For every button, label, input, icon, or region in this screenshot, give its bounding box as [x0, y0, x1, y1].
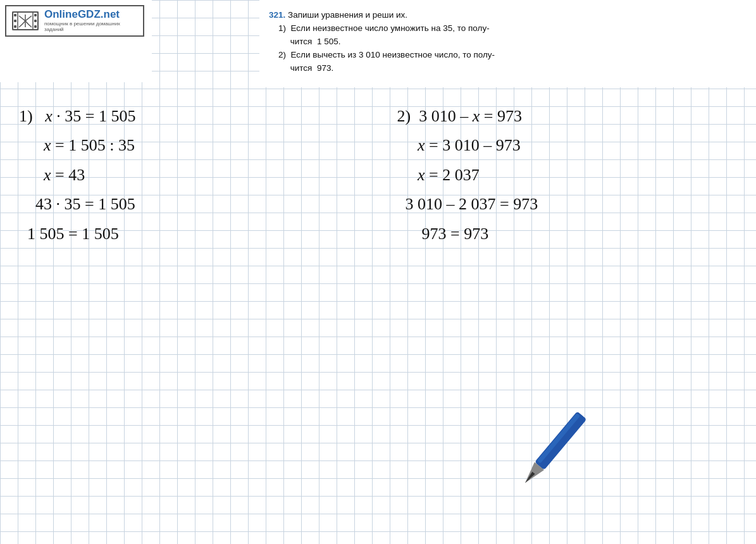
logo-area: OnlineGDZ.net помощник в решении домашни…: [5, 5, 144, 37]
sol2-line1: 2) 3 010 – x = 973: [397, 101, 738, 130]
sol1-line4: 43 · 35 = 1 505: [19, 189, 359, 218]
solution-2-column: 2) 3 010 – x = 973 x = 3 010 – 973 x = 2…: [397, 101, 738, 248]
logo-text: OnlineGDZ.net помощник в решении домашни…: [44, 9, 138, 33]
logo-subtitle: помощник в решении домашних заданий: [44, 21, 138, 33]
sol1-line1: 1) x · 35 = 1 505: [19, 101, 359, 130]
svg-rect-11: [537, 413, 580, 464]
sol2-line5: 973 = 973: [397, 219, 738, 248]
svg-rect-3: [14, 14, 16, 16]
task-number: 321.: [269, 10, 285, 20]
sol2-line2: x = 3 010 – 973: [397, 130, 738, 159]
sol1-line5: 1 505 = 1 505: [19, 219, 359, 248]
task-title: Запиши уравнения и реши их.: [288, 10, 407, 20]
svg-rect-5: [14, 25, 16, 28]
svg-rect-4: [14, 20, 16, 22]
sol1-line3: x = 43: [19, 160, 359, 189]
task-item-2: 2) Если вычесть из 3 010 неизвестное чис…: [269, 50, 495, 73]
logo-domain: .net: [101, 8, 120, 20]
svg-rect-6: [34, 14, 37, 16]
svg-rect-8: [34, 25, 37, 28]
solutions-content: 1) x · 35 = 1 505 x = 1 505 : 35 x = 43 …: [0, 92, 756, 544]
film-icon: [11, 9, 39, 32]
task-header: 321. Запиши уравнения и реши их. 1) Если…: [263, 5, 750, 79]
sol1-line2: x = 1 505 : 35: [19, 130, 359, 159]
logo-name-blue: OnlineGDZ: [44, 8, 101, 20]
logo-name: OnlineGDZ.net: [44, 9, 138, 21]
svg-rect-7: [34, 20, 37, 22]
sol2-line3: x = 2 037: [397, 160, 738, 189]
sol2-line4: 3 010 – 2 037 = 973: [397, 189, 738, 218]
solution-1-column: 1) x · 35 = 1 505 x = 1 505 : 35 x = 43 …: [19, 101, 359, 248]
page: OnlineGDZ.net помощник в решении домашни…: [0, 0, 756, 544]
solutions-grid: 1) x · 35 = 1 505 x = 1 505 : 35 x = 43 …: [19, 101, 737, 248]
task-item-1: 1) Если неизвестное число умножить на 35…: [269, 23, 490, 46]
